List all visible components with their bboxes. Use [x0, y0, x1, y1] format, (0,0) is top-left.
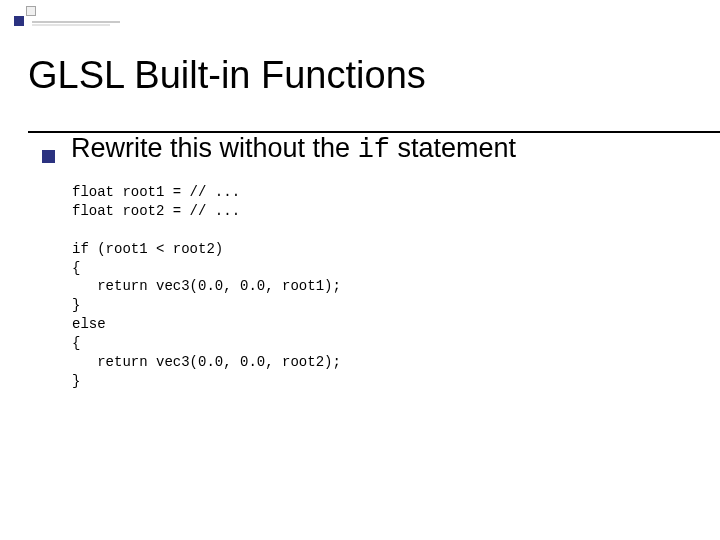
slide-content: GLSL Built-in Functions Rewrite this wit…	[28, 54, 692, 391]
title-underline	[28, 131, 720, 133]
bullet-square-icon	[42, 150, 55, 163]
bullet-item: Rewrite this without the if statement	[42, 133, 692, 165]
corner-decoration	[0, 0, 130, 40]
bullet-inline-code: if	[358, 135, 390, 165]
slide-title: GLSL Built-in Functions	[28, 54, 692, 97]
deco-line	[32, 21, 120, 23]
code-block: float root1 = // ... float root2 = // ..…	[72, 183, 692, 391]
deco-line	[32, 24, 110, 26]
bullet-text-suffix: statement	[390, 133, 516, 163]
bullet-text-prefix: Rewrite this without the	[71, 133, 358, 163]
deco-square-outline	[26, 6, 36, 16]
deco-square-filled	[14, 16, 24, 26]
bullet-text: Rewrite this without the if statement	[71, 133, 516, 165]
